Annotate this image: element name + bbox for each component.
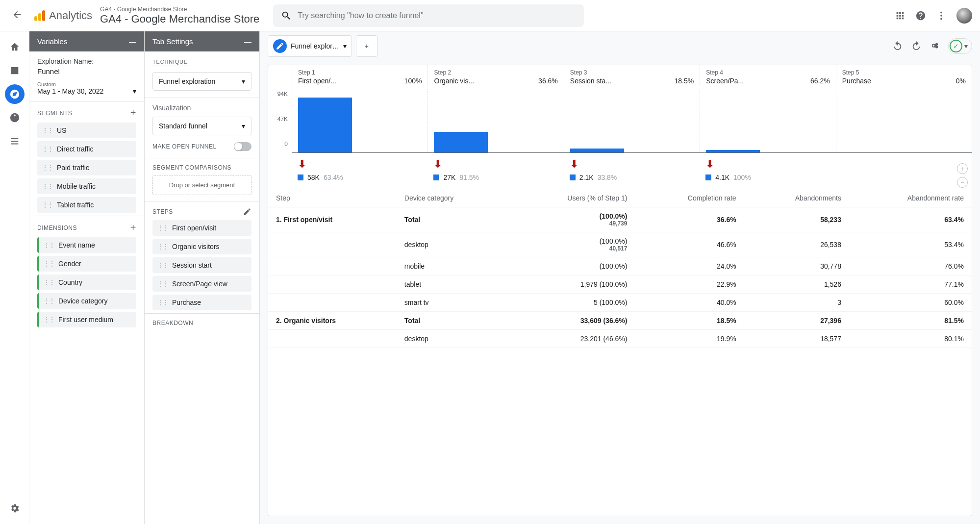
table-row: desktop23,201 (46.6%)19.9%18,57780.1%	[268, 330, 972, 348]
dimensions-section-label: DIMENSIONS +	[37, 222, 136, 233]
funnel-dropoff: ⬇2.1K33.8%	[564, 156, 700, 186]
exploration-name-value[interactable]: Funnel	[37, 67, 136, 75]
dimension-chip[interactable]: ⋮⋮First user medium	[37, 312, 136, 327]
table-header[interactable]: Device category	[397, 189, 507, 207]
nav-admin-icon[interactable]	[5, 499, 25, 518]
chevron-down-icon[interactable]: ▾	[964, 42, 968, 50]
exploration-tab[interactable]: Funnel explor… ▾	[268, 35, 352, 57]
tabsettings-header: Tab Settings —	[145, 31, 259, 51]
drag-handle-icon[interactable]: ⋮⋮	[157, 280, 168, 287]
step-chip[interactable]: ⋮⋮Organic visitors	[152, 239, 251, 254]
open-funnel-toggle[interactable]	[234, 142, 251, 151]
drag-handle-icon[interactable]: ⋮⋮	[44, 242, 54, 249]
dimension-chip[interactable]: ⋮⋮Gender	[37, 256, 136, 272]
svg-point-0	[940, 11, 942, 13]
segment-chip[interactable]: ⋮⋮Tablet traffic	[37, 197, 136, 213]
arrow-down-icon: ⬇	[705, 158, 829, 171]
back-button[interactable]	[8, 5, 26, 25]
zoom-out-icon[interactable]: −	[957, 177, 968, 188]
redo-icon[interactable]	[911, 41, 922, 51]
nav-home-icon[interactable]	[5, 37, 25, 57]
add-segment-icon[interactable]: +	[130, 107, 136, 119]
drag-handle-icon[interactable]: ⋮⋮	[42, 146, 53, 152]
step-chip[interactable]: ⋮⋮Session start	[152, 257, 251, 273]
step-chip[interactable]: ⋮⋮Screen/Page view	[152, 276, 251, 292]
tab-label: Funnel explor…	[291, 42, 339, 50]
dimension-chip[interactable]: ⋮⋮Event name	[37, 237, 136, 253]
drag-handle-icon[interactable]: ⋮⋮	[44, 279, 54, 286]
dimension-chip[interactable]: ⋮⋮Country	[37, 274, 136, 290]
avatar[interactable]	[956, 8, 972, 24]
chevron-down-icon[interactable]: ▾	[343, 42, 347, 50]
technique-value: Funnel exploration	[159, 77, 215, 85]
table-header[interactable]: Step	[268, 189, 397, 207]
drag-handle-icon[interactable]: ⋮⋮	[42, 127, 53, 134]
funnel-step-header: Step 5Purchase0%	[836, 65, 972, 85]
drag-handle-icon[interactable]: ⋮⋮	[42, 164, 53, 171]
drag-handle-icon[interactable]: ⋮⋮	[44, 316, 54, 323]
exploration-tabbar: Funnel explor… ▾ + ✓ ▾	[260, 31, 980, 61]
drag-handle-icon[interactable]: ⋮⋮	[42, 183, 53, 190]
technique-dropdown[interactable]: Funnel exploration ▾	[152, 72, 251, 91]
top-header: Analytics GA4 - Google Merchandise Store…	[0, 0, 980, 31]
funnel-bar	[700, 89, 835, 152]
dimension-chip[interactable]: ⋮⋮Device category	[37, 293, 136, 309]
segment-chip[interactable]: ⋮⋮US	[37, 123, 136, 138]
table-header[interactable]: Completion rate	[635, 189, 744, 207]
funnel-bar	[836, 89, 972, 152]
nav-explore-icon[interactable]	[5, 84, 25, 104]
edit-steps-icon[interactable]	[243, 207, 251, 216]
exploration-name-label: Exploration Name:	[37, 57, 136, 65]
date-range-value: May 1 - May 30, 2022	[37, 87, 103, 95]
undo-icon[interactable]	[892, 41, 903, 51]
drag-handle-icon[interactable]: ⋮⋮	[157, 225, 168, 231]
share-icon[interactable]	[930, 41, 940, 51]
drag-handle-icon[interactable]: ⋮⋮	[157, 299, 168, 306]
table-header[interactable]: Users (% of Step 1)	[507, 189, 635, 207]
search-box[interactable]	[273, 4, 584, 27]
drag-handle-icon[interactable]: ⋮⋮	[157, 243, 168, 250]
segment-drop-target[interactable]: Drop or select segment	[152, 175, 251, 195]
nav-configure-icon[interactable]	[5, 131, 25, 151]
funnel-table: StepDevice categoryUsers (% of Step 1)Co…	[268, 189, 972, 348]
drag-handle-icon[interactable]: ⋮⋮	[44, 260, 54, 267]
search-input[interactable]	[298, 11, 576, 20]
drag-handle-icon[interactable]: ⋮⋮	[157, 262, 168, 269]
table-row: mobile(100.0%)24.0%30,77876.0%	[268, 257, 972, 275]
search-icon	[281, 10, 292, 21]
segment-chip[interactable]: ⋮⋮Direct traffic	[37, 141, 136, 157]
funnel-step-header: Step 1First open/...100%	[292, 65, 427, 85]
funnel-step-header: Step 4Screen/Pa...66.2%	[700, 65, 835, 85]
visualization-dropdown[interactable]: Standard funnel ▾	[152, 117, 251, 135]
segment-chip[interactable]: ⋮⋮Mobile traffic	[37, 178, 136, 194]
table-row: tablet1,979 (100.0%)22.9%1,52677.1%	[268, 275, 972, 294]
collapse-variables-icon[interactable]: —	[129, 37, 136, 46]
property-title[interactable]: GA4 - Google Merchandise Store GA4 - Goo…	[100, 6, 259, 25]
zoom-in-icon[interactable]: +	[957, 163, 968, 174]
nav-advertising-icon[interactable]	[5, 108, 25, 127]
steps-section-label: STEPS	[152, 207, 251, 216]
series-color-icon	[570, 175, 576, 180]
step-chip[interactable]: ⋮⋮First open/visit	[152, 220, 251, 236]
segment-chip[interactable]: ⋮⋮Paid traffic	[37, 160, 136, 175]
add-tab-button[interactable]: +	[356, 35, 377, 57]
step-chip[interactable]: ⋮⋮Purchase	[152, 295, 251, 310]
drag-handle-icon[interactable]: ⋮⋮	[44, 298, 54, 304]
apps-icon[interactable]	[895, 10, 905, 21]
visualization-value: Standard funnel	[159, 122, 207, 130]
table-row: desktop(100.0%)40,51746.6%26,53853.4%	[268, 232, 972, 257]
more-icon[interactable]	[936, 10, 947, 21]
date-range-picker[interactable]: May 1 - May 30, 2022 ▾	[37, 87, 136, 95]
drag-handle-icon[interactable]: ⋮⋮	[42, 201, 53, 208]
breakdown-label: BREAKDOWN	[152, 320, 251, 326]
help-icon[interactable]	[915, 10, 926, 21]
add-dimension-icon[interactable]: +	[130, 222, 136, 233]
nav-reports-icon[interactable]	[5, 61, 25, 80]
collapse-tabsettings-icon[interactable]: —	[244, 37, 251, 46]
table-row: smart tv5 (100.0%)40.0%360.0%	[268, 294, 972, 312]
logo[interactable]: Analytics	[34, 9, 92, 22]
table-header[interactable]: Abandonments	[744, 189, 849, 207]
table-header[interactable]: Abandonment rate	[849, 189, 972, 207]
svg-point-1	[940, 15, 942, 17]
svg-point-2	[940, 18, 942, 20]
